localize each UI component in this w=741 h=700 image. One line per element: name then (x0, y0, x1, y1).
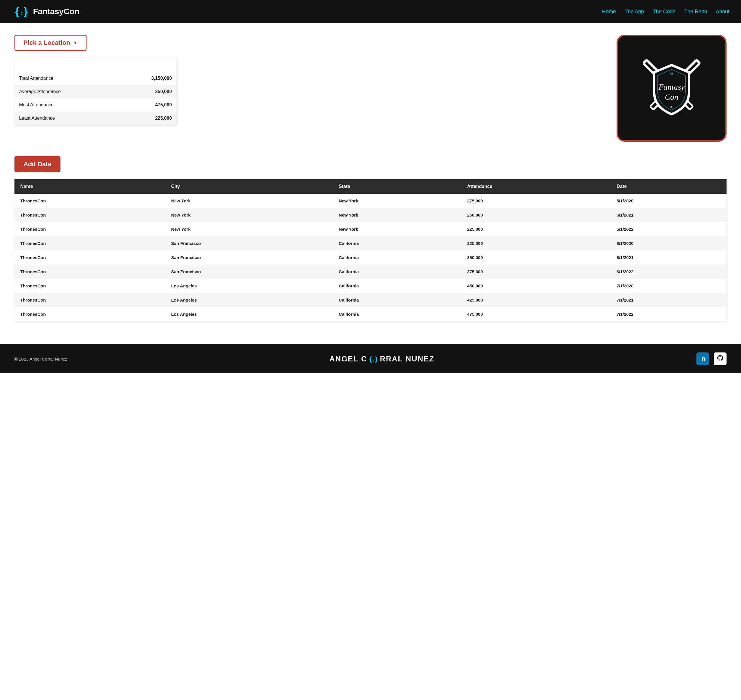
cell-name: ThronesCon (15, 208, 165, 222)
nav-link-about[interactable]: About (716, 9, 729, 15)
cell-date: 7/1/2021 (611, 293, 726, 307)
pick-location-button[interactable]: Pick a Location ▼ (15, 35, 87, 51)
cell-attendance: 325,000 (461, 236, 611, 250)
col-header-city: City (165, 179, 333, 194)
footer-copyright: © 2023 Angel Corral Nunez (15, 356, 68, 362)
footer-brand: ANGEL C { ; } RRAL NUNEZ (329, 354, 434, 364)
table-row: ThronesCon San Francisco California 350,… (15, 250, 726, 265)
cell-state: California (333, 279, 461, 293)
add-data-button[interactable]: Add Data (15, 156, 60, 172)
nav-link-home[interactable]: Home (602, 9, 616, 15)
stats-label: Most Attendance (15, 98, 116, 112)
footer: © 2023 Angel Corral Nunez ANGEL C { ; } … (0, 344, 741, 373)
cell-attendance: 350,000 (461, 250, 611, 265)
stats-table: Stats For All Events Total Attendance 3,… (15, 58, 177, 125)
cell-date: 6/1/2020 (611, 236, 726, 250)
linkedin-icon: in (700, 355, 705, 363)
stats-label: Least Attendance (15, 112, 116, 125)
cell-attendance: 475,000 (461, 307, 611, 321)
navbar-links: Home The App The Code The Repo About (602, 9, 729, 15)
footer-brand-right: RRAL NUNEZ (380, 354, 435, 363)
nav-link-the-code[interactable]: The Code (653, 9, 676, 15)
cell-date: 5/1/2020 (611, 194, 726, 208)
cell-city: New York (165, 208, 333, 222)
fantasy-logo-container: Fantasy Con ❧ ✿ (617, 35, 726, 142)
cell-name: ThronesCon (15, 279, 165, 293)
cell-date: 7/1/2020 (611, 279, 726, 293)
cell-name: ThronesCon (15, 194, 165, 208)
cell-state: California (333, 307, 461, 321)
col-header-date: Date (611, 179, 726, 194)
cell-state: California (333, 293, 461, 307)
table-row: ThronesCon Los Angeles California 475,00… (15, 307, 726, 321)
cell-date: 7/1/2022 (611, 307, 726, 321)
table-row: ThronesCon Los Angeles California 425,00… (15, 293, 726, 307)
stats-label: Total Attendance (15, 72, 116, 85)
cell-name: ThronesCon (15, 265, 165, 279)
svg-text:;: ; (21, 9, 23, 16)
cell-name: ThronesCon (15, 250, 165, 265)
pick-location-label: Pick a Location (24, 39, 70, 47)
cell-attendance: 275,000 (461, 194, 611, 208)
main-content: Pick a Location ▼ Stats For All Events T… (0, 23, 741, 333)
table-header-row: Name City State Attendance Date (15, 179, 726, 194)
stats-row: Least Attendance 225,000 (15, 112, 177, 125)
svg-text:}: } (375, 355, 378, 363)
cell-name: ThronesCon (15, 307, 165, 321)
cell-attendance: 225,000 (461, 222, 611, 236)
github-icon (717, 354, 723, 363)
table-row: ThronesCon San Francisco California 375,… (15, 265, 726, 279)
stats-value: 350,000 (116, 85, 177, 98)
svg-text:;: ; (373, 357, 375, 362)
cell-name: ThronesCon (15, 222, 165, 236)
footer-brand-left: ANGEL C (329, 354, 367, 363)
navbar-brand-text: FantasyCon (33, 7, 79, 16)
cell-attendance: 375,000 (461, 265, 611, 279)
stats-value: 225,000 (116, 112, 177, 125)
table-row: ThronesCon New York New York 250,000 5/1… (15, 208, 726, 222)
svg-text:}: } (24, 6, 28, 17)
cell-attendance: 425,000 (461, 293, 611, 307)
col-header-state: State (333, 179, 461, 194)
cell-attendance: 450,000 (461, 279, 611, 293)
cell-date: 5/1/2021 (611, 208, 726, 222)
stats-value: 3,150,000 (116, 72, 177, 85)
stats-value: 475,000 (116, 98, 177, 112)
cell-date: 6/1/2022 (611, 265, 726, 279)
cell-attendance: 250,000 (461, 208, 611, 222)
svg-text:{: { (15, 6, 19, 17)
cell-city: San Francisco (165, 250, 333, 265)
svg-text:✿: ✿ (670, 72, 673, 76)
cell-state: New York (333, 208, 461, 222)
cell-state: New York (333, 194, 461, 208)
svg-text:❧: ❧ (670, 105, 673, 109)
svg-text:Con: Con (665, 93, 679, 101)
stats-row: Most Attendance 475,000 (15, 98, 177, 112)
nav-link-the-repo[interactable]: The Repo (684, 9, 707, 15)
stats-label: Average Attendance (15, 85, 116, 98)
github-link[interactable] (714, 353, 726, 365)
cell-city: Los Angeles (165, 293, 333, 307)
table-row: ThronesCon New York New York 225,000 5/1… (15, 222, 726, 236)
fantasy-logo-svg: Fantasy Con ❧ ✿ (625, 42, 718, 134)
cell-city: New York (165, 194, 333, 208)
cell-city: San Francisco (165, 265, 333, 279)
cell-city: New York (165, 222, 333, 236)
cell-state: New York (333, 222, 461, 236)
col-header-attendance: Attendance (461, 179, 611, 194)
right-panel: Fantasy Con ❧ ✿ (617, 35, 726, 142)
cell-date: 5/1/2022 (611, 222, 726, 236)
stats-header: Stats For All Events (15, 58, 177, 72)
cell-city: Los Angeles (165, 279, 333, 293)
cell-state: California (333, 250, 461, 265)
table-row: ThronesCon New York New York 275,000 5/1… (15, 194, 726, 208)
cell-name: ThronesCon (15, 236, 165, 250)
navbar-brand[interactable]: { ; } FantasyCon (12, 3, 602, 20)
footer-logo-icon: { ; } (368, 354, 379, 364)
svg-text:{: { (370, 355, 373, 363)
linkedin-link[interactable]: in (697, 353, 709, 365)
cell-state: California (333, 265, 461, 279)
table-row: ThronesCon San Francisco California 325,… (15, 236, 726, 250)
nav-link-the-app[interactable]: The App (625, 9, 644, 15)
cell-city: Los Angeles (165, 307, 333, 321)
